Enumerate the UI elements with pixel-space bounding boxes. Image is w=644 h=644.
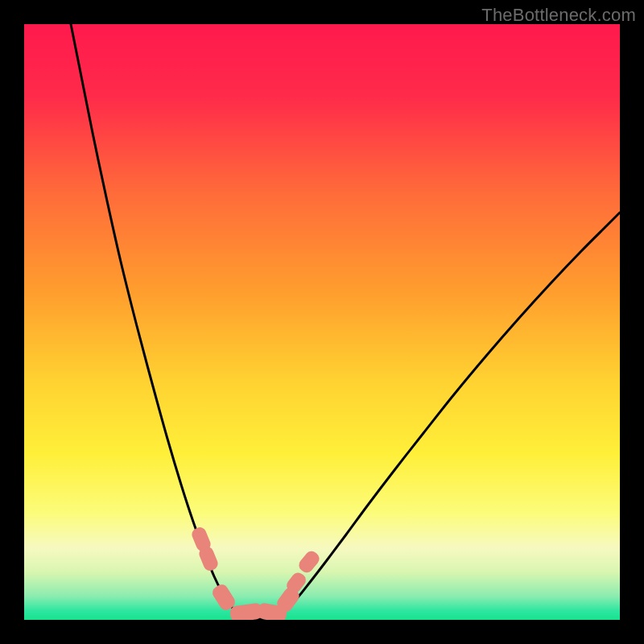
chart-frame: TheBottleneck.com: [0, 0, 644, 644]
plot-area: [24, 24, 620, 620]
gradient-background: [24, 24, 620, 620]
chart-svg: [24, 24, 620, 620]
watermark-text: TheBottleneck.com: [481, 5, 636, 26]
